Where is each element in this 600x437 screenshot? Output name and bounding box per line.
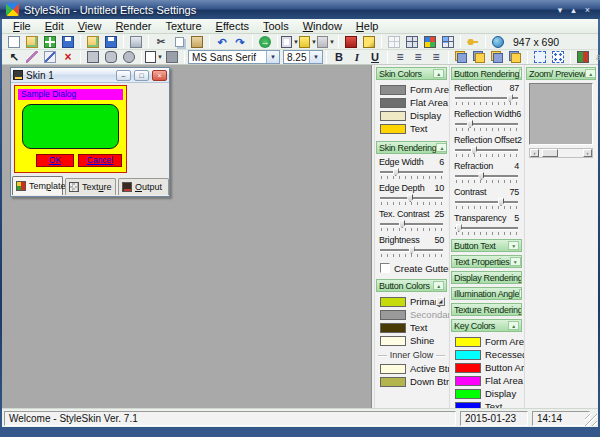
panel-header-text-properties[interactable]: Text Properties ▼ [451, 255, 522, 268]
panel-header-key-colors[interactable]: Key Colors ▲ [451, 319, 522, 332]
color-swatch[interactable] [380, 364, 406, 374]
expand-icon[interactable]: ▼ [519, 289, 522, 298]
collapse-icon[interactable]: ▲ [433, 281, 444, 290]
slider-track[interactable] [455, 198, 518, 206]
font-size-combo[interactable]: 8.25 ▼ [283, 50, 323, 64]
align-right-button[interactable]: ≡ [427, 50, 445, 65]
bring-to-front-button[interactable] [452, 50, 470, 65]
menu-help[interactable]: Help [349, 20, 386, 32]
align-center-button[interactable]: ≡ [409, 50, 427, 65]
skin1-close-button[interactable]: × [152, 70, 167, 81]
menu-render[interactable]: Render [108, 20, 158, 32]
sample-ok-button[interactable]: OK [36, 154, 74, 167]
panel-header-button-text[interactable]: Button Text ▼ [451, 239, 522, 252]
slider-track[interactable] [380, 168, 443, 176]
transform-button[interactable] [549, 50, 567, 65]
bring-forward-button[interactable] [488, 50, 506, 65]
sample-dialog-titlebar[interactable]: Sample Dialog [18, 89, 123, 100]
skin-color-text[interactable]: Text [375, 122, 448, 135]
colors-book-button[interactable] [342, 34, 360, 49]
skin1-window[interactable]: Skin 1 – □ × Sample Dialog OK Cancel [10, 67, 170, 197]
color-swatch[interactable] [380, 85, 406, 95]
glow-down-btns[interactable]: Down Btns [375, 375, 448, 388]
redo-button[interactable]: ↷ [231, 34, 249, 49]
sample-dialog[interactable]: Sample Dialog OK Cancel [14, 85, 127, 173]
color-cells-button[interactable] [421, 34, 439, 49]
panel-header-skin-rendering[interactable]: Skin Rendering ▲ [376, 141, 447, 154]
key-color-flat-area[interactable]: Flat Area [450, 374, 523, 387]
render-button[interactable]: → [256, 34, 274, 49]
bold-button[interactable]: B [330, 50, 348, 65]
select-region-button[interactable] [531, 50, 549, 65]
palette-button[interactable] [360, 34, 378, 49]
panel-header-display-rendering[interactable]: Display Rendering ▼ [451, 271, 522, 284]
slider-thumb[interactable] [399, 220, 405, 228]
grid-hide-button[interactable] [385, 34, 403, 49]
print-button[interactable] [127, 34, 145, 49]
menu-texture[interactable]: Texture [158, 20, 208, 32]
save-button[interactable] [59, 34, 77, 49]
color-swatch[interactable] [380, 377, 406, 387]
panel-header-button-colors[interactable]: Button Colors ▲ [376, 279, 447, 292]
chevron-down-icon[interactable]: ▼ [266, 51, 279, 63]
collapse-icon[interactable]: ▲ [585, 69, 596, 78]
ellipse-tool-button[interactable] [120, 50, 138, 65]
key-button[interactable] [464, 34, 482, 49]
align-left-button[interactable]: ≡ [391, 50, 409, 65]
zoom-scrollbar[interactable]: ‹ › [529, 148, 593, 158]
slider-track[interactable] [455, 146, 518, 154]
skin-color-form-area[interactable]: Form Area [375, 83, 448, 96]
skin-color-display[interactable]: Display [375, 109, 448, 122]
sample-cancel-button[interactable]: Cancel [78, 154, 122, 167]
color-swatch[interactable] [380, 297, 406, 307]
glow-active-btns[interactable]: Active Btns [375, 362, 448, 375]
button-color-secondary[interactable]: Secondary [375, 308, 448, 321]
web-button[interactable] [489, 34, 507, 49]
slider-track[interactable] [455, 120, 518, 128]
menu-file[interactable]: File [6, 20, 38, 32]
draw-tool-button[interactable] [23, 50, 41, 65]
font-family-combo[interactable]: MS Sans Serif ▼ [188, 50, 280, 64]
panel-header-texture-rendering[interactable]: Texture Rendering ▼ [451, 303, 522, 316]
color-swatch[interactable] [380, 310, 406, 320]
panel-header-illumination-angle[interactable]: Illumination Angle ▼ [451, 287, 522, 300]
skin1-minimize-button[interactable]: – [116, 70, 131, 81]
slider-thumb[interactable] [407, 194, 413, 202]
pointer-tool-button[interactable]: ↖ [5, 50, 23, 65]
rounded-rect-tool-button[interactable] [102, 50, 120, 65]
color-swatch[interactable] [455, 376, 481, 386]
import-button[interactable] [84, 34, 102, 49]
slider-track[interactable] [380, 220, 443, 228]
style-a-dropdown[interactable]: ▼ [281, 34, 299, 49]
expand-icon[interactable]: ▼ [510, 257, 521, 266]
slider-thumb[interactable] [456, 224, 462, 232]
tab-template[interactable]: Template [12, 176, 63, 195]
skin1-titlebar[interactable]: Skin 1 – □ × [11, 68, 169, 83]
slider-thumb[interactable] [507, 94, 513, 102]
skin1-maximize-button[interactable]: □ [134, 70, 149, 81]
paste-button[interactable] [188, 34, 206, 49]
collapse-icon[interactable]: ▲ [508, 321, 519, 330]
chevron-down-icon[interactable]: ▼ [309, 51, 322, 63]
slider-thumb[interactable] [478, 172, 484, 180]
key-color-button-area[interactable]: Button Area [450, 361, 523, 374]
button-color-shine[interactable]: Shine [375, 334, 448, 347]
menu-view[interactable]: View [71, 20, 109, 32]
key-color-recessed[interactable]: Recessed [450, 348, 523, 361]
style-b-dropdown[interactable]: ▼ [299, 34, 317, 49]
new-button[interactable] [5, 34, 23, 49]
color-swatch[interactable] [455, 350, 481, 360]
slider-thumb[interactable] [467, 120, 473, 128]
grid-show-button[interactable] [403, 34, 421, 49]
menu-tools[interactable]: Tools [256, 20, 296, 32]
color-swatch[interactable] [455, 363, 481, 373]
fill-color-button[interactable] [163, 50, 181, 65]
italic-button[interactable]: I [348, 50, 366, 65]
button-color-text[interactable]: Text [375, 321, 448, 334]
insert-image-button[interactable] [574, 50, 592, 65]
sample-dialog-display[interactable] [22, 104, 119, 149]
resize-grip[interactable] [585, 414, 597, 426]
panel-header-button-rendering[interactable]: Button Rendering ▲ [451, 67, 522, 80]
skin-color-flat-area[interactable]: Flat Area [375, 96, 448, 109]
tab-output[interactable]: Output [118, 178, 169, 195]
